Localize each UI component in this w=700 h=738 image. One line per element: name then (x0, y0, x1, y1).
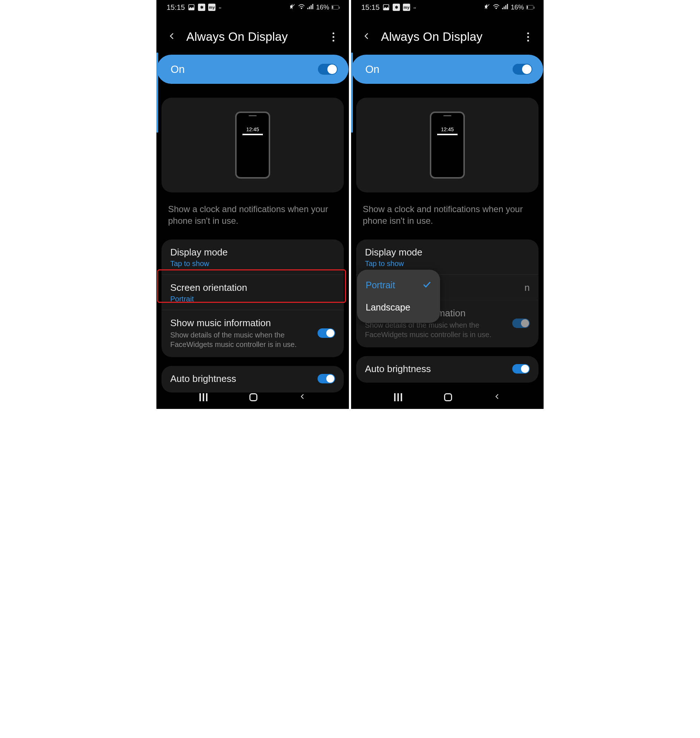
svg-point-9 (496, 8, 497, 8)
mute-icon (289, 3, 296, 12)
on-label: On (365, 63, 379, 75)
svg-rect-5 (310, 5, 312, 9)
music-info-toggle[interactable] (318, 329, 335, 338)
svg-rect-12 (505, 5, 506, 9)
more-options-button[interactable] (332, 32, 337, 41)
battery-icon (526, 5, 533, 9)
image-icon (188, 4, 195, 11)
svg-rect-6 (312, 4, 313, 9)
auto-brightness-title: Auto brightness (170, 373, 318, 384)
slack-icon: ✱ (198, 4, 205, 11)
mute-icon (484, 3, 490, 12)
popup-option-label: Portrait (366, 280, 395, 291)
settings-card: Display mode Tap to show Screen orientat… (162, 239, 344, 357)
navigation-bar (351, 386, 544, 409)
preview-card: 12:45 (162, 98, 344, 192)
on-label: On (171, 63, 185, 75)
display-mode-sub: Tap to show (170, 260, 335, 268)
wifi-icon (298, 4, 305, 11)
description-text: Show a clock and notifications when your… (156, 192, 349, 230)
battery-pct: 16% (511, 4, 524, 11)
description-text: Show a clock and notifications when your… (351, 192, 544, 230)
more-notifications-icon: ·· (218, 3, 221, 12)
my-icon: my (208, 4, 215, 11)
page-title: Always On Display (186, 30, 288, 44)
nav-recent-button[interactable] (394, 393, 402, 401)
master-toggle-row[interactable]: On (157, 55, 349, 84)
popup-option-landscape[interactable]: Landscape (357, 296, 440, 318)
screen-orientation-sub: Portrait (170, 295, 335, 303)
svg-rect-11 (503, 7, 504, 9)
battery-icon (331, 5, 339, 9)
svg-rect-3 (307, 8, 309, 9)
music-info-title: Show music information (170, 317, 318, 329)
nav-home-button[interactable] (444, 393, 452, 401)
image-icon (382, 4, 390, 11)
phone-preview-icon: 12:45 (235, 112, 270, 179)
screen-orientation-title: Screen orientation (170, 282, 335, 293)
preview-clock: 12:45 (441, 126, 453, 132)
brightness-card: Auto brightness (356, 356, 538, 383)
my-icon: my (403, 4, 410, 11)
svg-point-2 (301, 8, 302, 8)
nav-back-button[interactable] (299, 392, 306, 402)
status-bar: 15:15 ✱ my ·· 16% (351, 0, 544, 15)
status-time: 15:15 (167, 3, 185, 12)
display-mode-title: Display mode (170, 247, 335, 258)
battery-pct: 16% (316, 4, 329, 11)
nav-recent-button[interactable] (199, 393, 207, 401)
nav-home-button[interactable] (249, 393, 257, 401)
auto-brightness-title: Auto brightness (365, 363, 512, 375)
music-info-sub: Show details of the music when the FaceW… (365, 320, 512, 339)
back-button[interactable] (168, 31, 176, 43)
scroll-indicator (351, 53, 353, 133)
preview-card: 12:45 (356, 98, 538, 192)
navigation-bar (156, 386, 349, 409)
auto-brightness-toggle[interactable] (318, 374, 335, 383)
orientation-popup: Portrait Landscape (357, 270, 440, 323)
music-info-toggle[interactable] (512, 318, 530, 328)
page-title: Always On Display (381, 30, 483, 44)
signal-icon (502, 4, 509, 11)
display-mode-sub: Tap to show (365, 260, 530, 268)
scroll-indicator (156, 53, 158, 133)
music-info-sub: Show details of the music when the FaceW… (170, 330, 318, 349)
master-toggle-row[interactable]: On (351, 55, 543, 84)
music-info-row[interactable]: Show music information Show details of t… (162, 310, 344, 356)
auto-brightness-toggle[interactable] (512, 364, 530, 374)
status-bar: 15:15 ✱ my ·· 16% (156, 0, 349, 15)
auto-brightness-row[interactable]: Auto brightness (356, 356, 538, 381)
svg-rect-4 (309, 7, 310, 9)
popup-option-label: Landscape (366, 302, 410, 313)
svg-rect-13 (507, 4, 508, 9)
master-toggle[interactable] (513, 64, 532, 75)
phone-right: 15:15 ✱ my ·· 16% (351, 0, 544, 409)
popup-option-portrait[interactable]: Portrait (357, 274, 440, 296)
master-toggle[interactable] (318, 64, 338, 75)
status-time: 15:15 (361, 3, 379, 12)
display-mode-title: Display mode (365, 247, 530, 258)
wifi-icon (493, 4, 500, 11)
signal-icon (307, 4, 314, 11)
display-mode-row[interactable]: Display mode Tap to show (162, 239, 344, 275)
back-button[interactable] (363, 31, 371, 43)
more-options-button[interactable] (527, 32, 532, 41)
phone-preview-icon: 12:45 (430, 112, 465, 179)
slack-icon: ✱ (393, 4, 400, 11)
screen-orientation-row[interactable]: Screen orientation Portrait (162, 275, 344, 310)
svg-rect-10 (502, 8, 503, 9)
more-notifications-icon: ·· (413, 3, 416, 12)
app-header: Always On Display (351, 15, 544, 55)
app-header: Always On Display (156, 15, 349, 55)
check-icon (422, 280, 431, 291)
phone-left: 15:15 ✱ my ·· 16% (156, 0, 349, 409)
preview-clock: 12:45 (246, 126, 259, 132)
nav-back-button[interactable] (494, 392, 501, 402)
